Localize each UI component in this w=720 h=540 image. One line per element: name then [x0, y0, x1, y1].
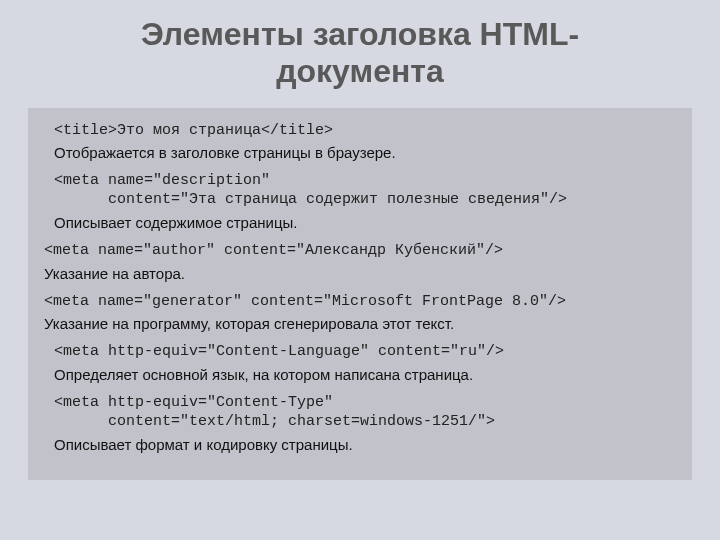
code-snippet: <meta name="generator" content="Microsof… [44, 293, 676, 312]
item-2: <meta name="author" content="Александр К… [44, 242, 676, 283]
description: Описывает содержимое страницы. [54, 214, 676, 232]
item-4: <meta http-equiv="Content-Language" cont… [44, 343, 676, 384]
slide-title: Элементы заголовка HTML- документа [0, 0, 720, 100]
title-line-1: Элементы заголовка HTML- [141, 16, 579, 52]
description: Описывает формат и кодировку страницы. [54, 436, 676, 454]
content-area: <title>Это моя страница</title> Отобража… [28, 108, 692, 480]
item-5: <meta http-equiv="Content-Type" content=… [44, 394, 676, 454]
item-1: <meta name="description" content="Эта ст… [44, 172, 676, 232]
code-snippet: <meta name="description" content="Эта ст… [54, 172, 676, 210]
slide: Элементы заголовка HTML- документа <titl… [0, 0, 720, 540]
description: Указание на автора. [44, 265, 676, 283]
description: Указание на программу, которая сгенериро… [44, 315, 676, 333]
item-0: <title>Это моя страница</title> Отобража… [44, 122, 676, 163]
code-snippet: <meta name="author" content="Александр К… [44, 242, 676, 261]
title-line-2: документа [276, 53, 444, 89]
code-snippet: <meta http-equiv="Content-Type" content=… [54, 394, 676, 432]
item-3: <meta name="generator" content="Microsof… [44, 293, 676, 334]
description: Определяет основной язык, на котором нап… [54, 366, 676, 384]
code-snippet: <title>Это моя страница</title> [54, 122, 676, 141]
description: Отображается в заголовке страницы в брау… [54, 144, 676, 162]
code-snippet: <meta http-equiv="Content-Language" cont… [54, 343, 676, 362]
